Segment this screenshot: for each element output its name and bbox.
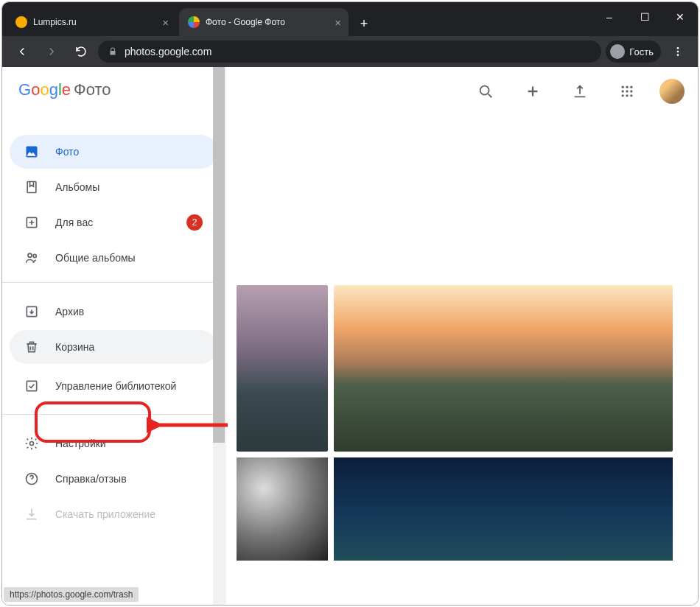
svg-point-17 xyxy=(626,90,628,92)
svg-point-7 xyxy=(33,254,36,257)
photo-thumbnail[interactable] xyxy=(237,285,328,452)
tab-google-photos[interactable]: Фото - Google Фото × xyxy=(179,8,349,36)
svg-point-6 xyxy=(28,253,32,257)
photo-thumbnail[interactable] xyxy=(334,457,673,561)
svg-point-19 xyxy=(622,94,624,97)
apps-button[interactable] xyxy=(612,77,642,106)
main-content xyxy=(225,67,698,605)
sidebar-item-label: Настройки xyxy=(55,438,106,449)
create-button[interactable] xyxy=(518,77,547,106)
sidebar-item-label: Скачать приложение xyxy=(55,508,155,520)
address-bar: photos.google.com Гость xyxy=(2,36,698,67)
account-avatar[interactable] xyxy=(659,79,685,104)
sidebar-item-for-you[interactable]: Для вас 2 xyxy=(10,206,217,239)
svg-point-20 xyxy=(626,94,628,97)
close-icon[interactable]: × xyxy=(162,16,169,29)
svg-point-2 xyxy=(677,54,679,56)
sidebar-item-label: Справка/отзыв xyxy=(55,473,127,485)
app-topbar xyxy=(225,67,698,116)
sidebar-item-label: Для вас xyxy=(55,217,93,228)
sidebar-item-label: Корзина xyxy=(55,341,94,353)
back-button[interactable] xyxy=(10,39,35,64)
sidebar-item-label: Фото xyxy=(55,146,79,158)
logo-suffix: Фото xyxy=(74,80,111,99)
sidebar-item-photos[interactable]: Фото xyxy=(10,135,217,169)
status-bar: https://photos.google.com/trash xyxy=(4,587,139,602)
logo[interactable]: Google Фото xyxy=(2,67,225,113)
tab-lumpics[interactable]: Lumpics.ru × xyxy=(7,8,176,36)
tab-title: Lumpics.ru xyxy=(33,17,77,27)
upload-button[interactable] xyxy=(565,77,595,106)
sidebar-item-library-management[interactable]: Управление библиотекой xyxy=(10,365,217,407)
svg-point-10 xyxy=(30,442,34,446)
sidebar-item-download-app[interactable]: Скачать приложение xyxy=(10,497,217,531)
gear-icon xyxy=(24,436,39,451)
bookmark-icon xyxy=(24,180,39,194)
divider xyxy=(2,282,225,283)
window-minimize-button[interactable]: – xyxy=(592,2,627,32)
scrollbar-thumb[interactable] xyxy=(213,67,225,443)
svg-point-1 xyxy=(677,51,679,53)
reload-button[interactable] xyxy=(69,39,94,64)
url-text: photos.google.com xyxy=(125,46,211,57)
photo-thumbnail[interactable] xyxy=(237,457,328,561)
close-icon[interactable]: × xyxy=(335,16,341,29)
svg-point-16 xyxy=(622,90,624,92)
forward-button[interactable] xyxy=(39,39,64,64)
sidebar-scrollbar[interactable] xyxy=(213,67,225,605)
guest-label: Гость xyxy=(629,46,654,57)
check-box-icon xyxy=(24,379,39,393)
svg-point-13 xyxy=(622,86,624,88)
favicon-google-photos xyxy=(188,16,200,28)
window-maximize-button[interactable]: ☐ xyxy=(627,2,662,32)
image-icon xyxy=(24,144,39,159)
sidebar-item-trash[interactable]: Корзина xyxy=(10,330,217,364)
plus-box-icon xyxy=(24,215,39,230)
sidebar-item-archive[interactable]: Архив xyxy=(10,295,217,329)
badge-count: 2 xyxy=(186,214,203,231)
profile-chip[interactable]: Гость xyxy=(606,41,661,63)
tab-title: Фото - Google Фото xyxy=(206,17,285,27)
search-button[interactable] xyxy=(471,77,500,106)
lock-icon xyxy=(108,46,117,57)
photo-grid xyxy=(225,116,698,561)
sidebar-item-label: Общие альбомы xyxy=(55,252,136,264)
help-icon xyxy=(24,471,39,486)
svg-point-14 xyxy=(626,86,628,88)
guest-avatar-icon xyxy=(610,44,625,59)
svg-point-15 xyxy=(630,86,632,88)
people-icon xyxy=(24,250,39,265)
sidebar-item-label: Управление библиотекой xyxy=(55,379,176,393)
sidebar-item-settings[interactable]: Настройки xyxy=(10,427,217,460)
sidebar-item-label: Архив xyxy=(55,306,84,317)
svg-rect-4 xyxy=(27,182,36,193)
archive-icon xyxy=(24,304,39,319)
svg-point-18 xyxy=(630,90,632,92)
photo-thumbnail[interactable] xyxy=(334,285,673,452)
download-icon xyxy=(24,507,39,522)
sidebar-item-help[interactable]: Справка/отзыв xyxy=(10,462,217,496)
sidebar: Google Фото Фото Альбомы xyxy=(2,67,225,605)
browser-titlebar: Lumpics.ru × Фото - Google Фото × + – ☐ … xyxy=(2,2,698,36)
sidebar-item-label: Альбомы xyxy=(55,181,99,193)
svg-point-12 xyxy=(480,86,489,95)
trash-icon xyxy=(24,340,39,354)
url-input[interactable]: photos.google.com xyxy=(98,41,601,63)
browser-menu-button[interactable] xyxy=(665,39,690,64)
new-tab-button[interactable]: + xyxy=(351,11,377,36)
svg-point-21 xyxy=(630,94,632,97)
divider xyxy=(2,414,225,415)
window-close-button[interactable]: ✕ xyxy=(662,2,698,32)
sidebar-item-shared[interactable]: Общие альбомы xyxy=(10,241,217,275)
favicon-lumpics xyxy=(15,16,27,28)
sidebar-item-albums[interactable]: Альбомы xyxy=(10,170,217,204)
svg-point-0 xyxy=(677,47,679,49)
svg-rect-9 xyxy=(27,381,36,390)
